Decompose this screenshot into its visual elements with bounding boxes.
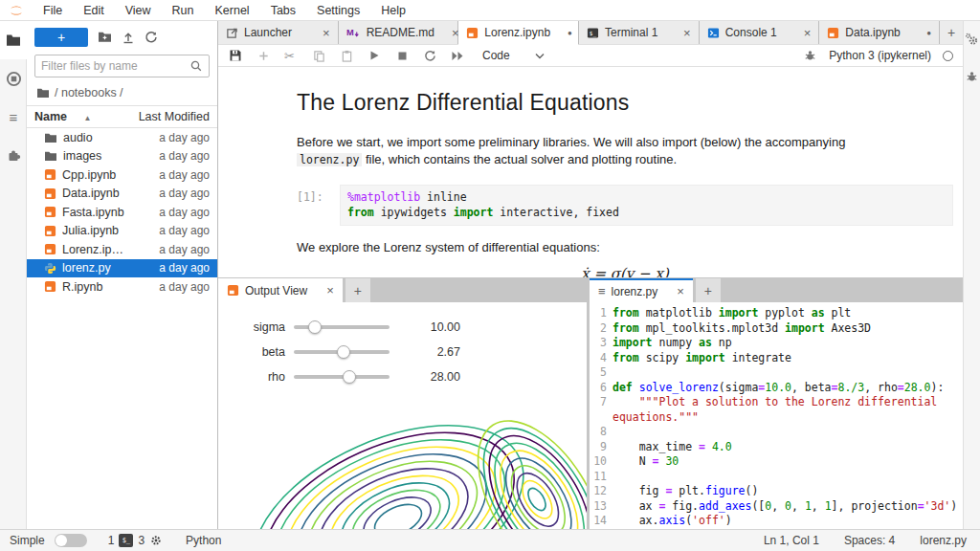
menu-settings[interactable]: Settings <box>306 0 370 21</box>
main-tab-bar: Launcher×MREADME.md×Lorenz.ipynb●$_Termi… <box>218 21 963 45</box>
slider-sigma: sigma10.00 <box>218 315 587 340</box>
slider-track[interactable] <box>294 350 390 354</box>
file-name: Data.ipynb <box>62 187 153 200</box>
menu-edit[interactable]: Edit <box>73 0 115 21</box>
insert-button[interactable] <box>256 48 271 63</box>
file-row-audio[interactable]: audioa day ago <box>27 128 217 147</box>
slider-handle[interactable] <box>308 320 322 334</box>
line-number: 13 <box>590 499 612 515</box>
file-browser-icon[interactable] <box>0 21 27 59</box>
menu-tabs[interactable]: Tabs <box>260 0 306 21</box>
run-all-button[interactable] <box>450 48 465 63</box>
upload-icon[interactable] <box>122 31 135 44</box>
running-sessions-icon[interactable] <box>0 59 27 98</box>
line-number: 1 <box>590 306 612 321</box>
tab-lorenz-ipynb[interactable]: Lorenz.ipynb● <box>458 21 579 45</box>
menu-view[interactable]: View <box>115 0 162 21</box>
breadcrumb[interactable]: / notebooks / <box>27 83 217 105</box>
unsaved-dot-icon[interactable]: ● <box>926 29 931 37</box>
save-icon <box>229 49 242 62</box>
copy-button[interactable] <box>311 48 326 63</box>
code-cell[interactable]: [1]: %matplotlib inlinefrom ipywidgets i… <box>297 185 953 226</box>
cut-button[interactable]: ✂ <box>283 48 299 63</box>
table-of-contents-icon[interactable]: ≡ <box>0 98 27 136</box>
cut-icon: ✂ <box>284 49 298 62</box>
file-row-data-ipynb[interactable]: Data.ipynba day ago <box>27 185 217 204</box>
python-icon <box>44 262 56 275</box>
tab-launcher[interactable]: Launcher× <box>218 21 339 44</box>
menu-kernel[interactable]: Kernel <box>205 0 260 21</box>
paste-button[interactable] <box>339 48 354 63</box>
notebook-icon <box>44 168 56 181</box>
file-name: Julia.ipynb <box>62 224 153 237</box>
filter-files-input[interactable] <box>41 59 189 73</box>
slider-track[interactable] <box>294 375 390 379</box>
tab-output-view[interactable]: Output View × <box>218 278 343 302</box>
line-number: 5 <box>590 365 612 381</box>
tab-terminal-1[interactable]: $_Terminal 1× <box>579 21 700 44</box>
tab-console-1[interactable]: Console 1× <box>700 21 820 44</box>
add-view-button[interactable]: + <box>345 278 370 302</box>
file-row-r-ipynb[interactable]: R.ipynba day ago <box>27 277 217 297</box>
save-button[interactable] <box>228 48 243 63</box>
close-icon[interactable]: × <box>326 283 334 298</box>
editor-body-wrap[interactable]: 1from matplotlib import pyplot as plt2fr… <box>590 302 963 529</box>
code-line: 3import numpy as np <box>590 336 963 351</box>
new-tab-button[interactable]: + <box>940 21 963 44</box>
tab-readme-md[interactable]: MREADME.md× <box>339 21 459 44</box>
column-last-modified[interactable]: Last Modified <box>139 110 210 123</box>
file-row-lorenz-py[interactable]: lorenz.pya day ago <box>27 259 217 278</box>
menu-run[interactable]: Run <box>162 0 205 21</box>
cell-input-area[interactable]: %matplotlib inlinefrom ipywidgets import… <box>340 185 953 226</box>
slider-track[interactable] <box>294 325 390 329</box>
code-line: 1from matplotlib import pyplot as plt <box>590 306 963 321</box>
unsaved-dot-icon[interactable]: ● <box>568 29 572 37</box>
new-launcher-button[interactable]: + <box>34 28 88 47</box>
file-row-images[interactable]: imagesa day ago <box>27 147 217 166</box>
close-icon[interactable]: × <box>677 284 684 298</box>
debugger-icon[interactable] <box>966 70 978 83</box>
running-sessions-status[interactable]: 1 $_ 3 <box>108 534 163 547</box>
close-icon[interactable]: × <box>683 26 691 40</box>
slider-value: 2.67 <box>411 345 460 359</box>
bug-icon[interactable] <box>802 48 817 63</box>
insert-icon <box>257 50 270 62</box>
code-editor[interactable]: 1from matplotlib import pyplot as plt2fr… <box>590 302 963 529</box>
menu-help[interactable]: Help <box>370 0 416 21</box>
extensions-icon[interactable] <box>0 136 27 174</box>
kernels-count: 3 <box>138 534 145 547</box>
close-icon[interactable]: × <box>804 26 812 40</box>
kernel-name[interactable]: Python 3 (ipykernel) <box>829 49 931 62</box>
stop-button[interactable] <box>394 48 410 63</box>
indent-spaces[interactable]: Spaces: 4 <box>844 534 895 547</box>
restart-button[interactable] <box>422 48 437 63</box>
kernel-status-icon[interactable] <box>943 51 953 61</box>
simple-mode-label: Simple <box>10 534 45 547</box>
file-row-fasta-ipynb[interactable]: Fasta.ipynba day ago <box>27 203 217 222</box>
file-row-cpp-ipynb[interactable]: Cpp.ipynba day ago <box>27 165 217 185</box>
run-button[interactable] <box>367 48 382 63</box>
notebook-icon <box>44 206 56 218</box>
tab-data-ipynb[interactable]: Data.ipynb● <box>819 21 940 44</box>
tab-lorenz-py[interactable]: ≡ lorenz.py × <box>590 278 693 302</box>
column-name[interactable]: Name ▲ <box>34 110 139 123</box>
sort-ascending-icon: ▲ <box>84 114 92 122</box>
close-icon[interactable]: × <box>323 26 330 40</box>
refresh-icon[interactable] <box>145 31 158 44</box>
menu-file[interactable]: File <box>33 0 73 21</box>
language-indicator[interactable]: Python <box>186 534 221 547</box>
slider-handle[interactable] <box>337 345 350 359</box>
file-row-lorenz-ip-[interactable]: Lorenz.ip…a day ago <box>27 240 217 259</box>
file-row-julia-ipynb[interactable]: Julia.ipynba day ago <box>27 222 217 241</box>
cursor-position[interactable]: Ln 1, Col 1 <box>764 534 819 547</box>
terminal-icon: $_ <box>119 534 133 547</box>
simple-mode-toggle[interactable] <box>55 534 87 547</box>
add-view-button[interactable]: + <box>696 278 721 302</box>
statusbar-filename: lorenz.py <box>920 534 967 547</box>
property-inspector-icon[interactable] <box>965 33 979 47</box>
slider-handle[interactable] <box>343 370 356 384</box>
code-line: 8 <box>590 425 963 440</box>
slider-value: 28.00 <box>411 370 460 384</box>
new-folder-icon[interactable] <box>98 31 112 43</box>
cell-type-dropdown[interactable]: Code <box>482 49 545 62</box>
